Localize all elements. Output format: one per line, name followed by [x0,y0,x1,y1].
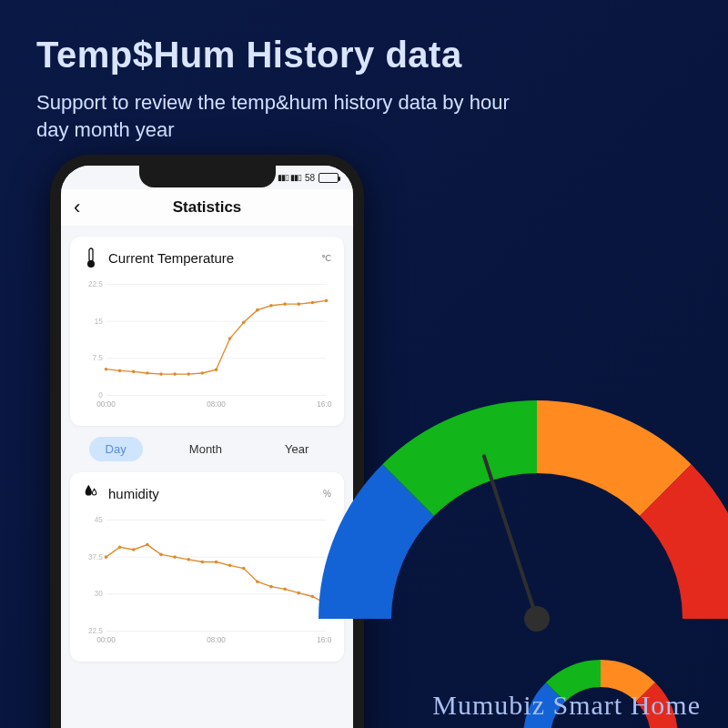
temperature-chart[interactable]: 07.51522.500:0008:0016:00 [83,271,331,417]
svg-text:37.5: 37.5 [88,553,103,561]
brand-watermark: Mumubiz Smart Home [432,690,701,721]
svg-text:15: 15 [95,318,104,326]
svg-point-24 [256,308,259,312]
svg-point-49 [215,561,218,564]
svg-rect-0 [89,248,93,261]
svg-text:0: 0 [98,391,103,399]
tab-day[interactable]: Day [89,437,143,461]
svg-text:00:00: 00:00 [96,400,116,409]
battery-icon [318,173,339,183]
svg-point-14 [118,369,122,373]
svg-point-45 [159,553,163,557]
svg-point-22 [228,337,232,340]
svg-point-23 [242,320,246,324]
svg-text:7.5: 7.5 [92,355,103,363]
nav-bar: ‹ Statistics [61,189,353,226]
svg-text:30: 30 [95,591,104,599]
svg-point-41 [105,555,108,559]
svg-point-50 [228,564,232,568]
svg-point-28 [311,301,315,305]
svg-point-21 [215,368,218,371]
svg-point-25 [269,304,273,308]
page-subhead: Support to review the temp&hum history d… [36,89,510,143]
svg-text:22.5: 22.5 [88,627,103,635]
svg-point-15 [132,370,136,374]
svg-text:22.5: 22.5 [88,280,103,288]
svg-point-27 [297,302,300,306]
signal-icon: ▮▮▯ ▮▮▯ [278,173,301,182]
svg-point-18 [173,372,177,376]
svg-point-46 [173,555,177,559]
temperature-unit: ℃ [321,253,331,263]
tab-month[interactable]: Month [173,437,238,461]
battery-percent: 58 [305,173,315,183]
svg-point-43 [132,548,136,551]
svg-text:00:00: 00:00 [96,636,116,644]
humidity-icon [83,483,99,503]
svg-point-20 [201,371,205,375]
svg-point-44 [146,543,149,547]
svg-point-29 [325,299,329,303]
svg-point-51 [242,567,246,571]
svg-text:08:00: 08:00 [207,400,226,409]
temperature-title: Current Temperature [108,250,234,266]
svg-point-54 [283,588,287,592]
thermometer-icon [83,248,99,268]
svg-point-47 [187,558,190,561]
svg-point-48 [201,561,205,564]
nav-title: Statistics [173,198,242,217]
svg-point-52 [256,580,259,583]
humidity-title: humidity [108,486,159,501]
svg-point-16 [146,371,149,375]
svg-point-26 [283,302,287,306]
svg-point-13 [105,368,108,371]
phone-notch [139,166,276,187]
svg-point-17 [159,372,163,376]
svg-text:45: 45 [95,516,104,524]
page-headline: Temp$Hum History data [36,35,462,76]
svg-point-19 [187,372,190,376]
back-icon[interactable]: ‹ [74,196,80,219]
svg-text:08:00: 08:00 [207,636,226,644]
svg-point-53 [269,585,273,589]
svg-point-1 [87,260,95,268]
humidity-chart[interactable]: 22.53037.54500:0008:0016:00 [83,507,331,652]
svg-point-42 [118,545,122,549]
